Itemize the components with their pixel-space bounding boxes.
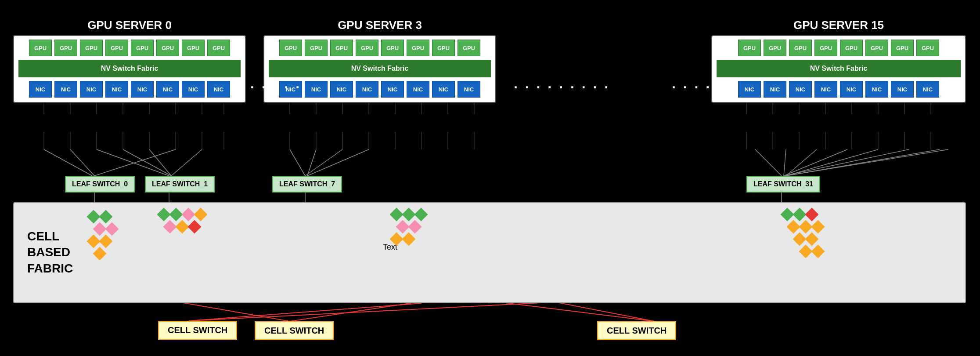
- gpu-chip: GPU: [80, 40, 103, 56]
- nic-chip: NIC: [105, 81, 128, 98]
- gpu-chip: GPU: [182, 40, 205, 56]
- gpu-chip: GPU: [432, 40, 455, 56]
- gpu-chip: GPU: [916, 40, 939, 56]
- cell-switch-1: CELL SWITCH: [158, 321, 237, 340]
- gpu-chip: GPU: [330, 40, 353, 56]
- nic-chip: NIC: [330, 81, 353, 98]
- svg-line-18: [784, 149, 847, 176]
- gpu-chip: GPU: [29, 40, 52, 56]
- nic-chip: NIC: [865, 81, 888, 98]
- svg-line-2: [97, 149, 169, 176]
- svg-line-22: [786, 149, 948, 176]
- gpu-chip: GPU: [305, 40, 328, 56]
- gpu-chip: GPU: [54, 40, 77, 56]
- gpu-server-15-title: GPU SERVER 15: [793, 18, 884, 32]
- nic-chip: NIC: [131, 81, 154, 98]
- nic-chip: NIC: [891, 81, 914, 98]
- gpu-chip: GPU: [764, 40, 786, 56]
- gpu-chip: GPU: [891, 40, 914, 56]
- gpu-chip: GPU: [156, 40, 179, 56]
- gpu-row-3: GPU GPU GPU GPU GPU GPU GPU GPU: [264, 36, 495, 58]
- cell-fabric-label: CELL BASED FABRIC: [27, 229, 73, 276]
- dots-fabric2: · · · · · · · · · · · ·: [509, 176, 612, 187]
- gpu-chip: GPU: [814, 40, 837, 56]
- svg-line-17: [786, 149, 817, 176]
- nic-chip: NIC: [789, 81, 812, 98]
- dots-3: · · · · ·: [672, 79, 723, 95]
- gpu-chip: GPU: [356, 40, 378, 56]
- gpu-server-15: GPU SERVER 15 GPU GPU GPU GPU GPU GPU GP…: [711, 35, 966, 103]
- svg-line-0: [44, 149, 92, 176]
- gpu-row-0: GPU GPU GPU GPU GPU GPU GPU GPU: [14, 36, 245, 58]
- gpu-chip: GPU: [279, 40, 302, 56]
- nic-chip: NIC: [356, 81, 378, 98]
- gpu-chip: GPU: [789, 40, 812, 56]
- svg-line-21: [786, 149, 940, 176]
- nic-chip: NIC: [458, 81, 480, 98]
- nic-row-15: NIC NIC NIC NIC NIC NIC NIC NIC: [712, 79, 965, 102]
- nic-chip: NIC: [432, 81, 455, 98]
- cell-fabric-box: CELL BASED FABRIC Text: [13, 202, 966, 303]
- gpu-chip: GPU: [207, 40, 230, 56]
- nic-chip: NIC: [156, 81, 179, 98]
- leaf-switch-7: LEAF SWITCH_7: [272, 176, 342, 193]
- svg-line-6: [171, 149, 202, 176]
- gpu-chip: GPU: [458, 40, 480, 56]
- svg-line-15: [755, 149, 782, 176]
- leaf-switch-0: LEAF SWITCH_0: [65, 176, 135, 193]
- nic-chip: NIC: [29, 81, 52, 98]
- nic-chip: NIC: [916, 81, 939, 98]
- nic-chip: NIC: [80, 81, 103, 98]
- nic-chip: NIC: [207, 81, 230, 98]
- gpu-server-0-title: GPU SERVER 0: [87, 18, 172, 32]
- svg-line-7: [290, 149, 305, 176]
- svg-line-16: [784, 149, 786, 176]
- nic-chip: NIC: [305, 81, 328, 98]
- svg-line-19: [786, 149, 878, 176]
- dots-fabric: · · · · · · · · · · · ·: [334, 176, 436, 187]
- nic-chip: NIC: [182, 81, 205, 98]
- nv-switch-fabric-15: NV Switch Fabric: [717, 60, 961, 77]
- cell-switch-2: CELL SWITCH: [255, 321, 334, 340]
- nic-chip: NIC: [381, 81, 404, 98]
- leaf-switch-1: LEAF SWITCH_1: [145, 176, 215, 193]
- gpu-chip: GPU: [381, 40, 404, 56]
- svg-line-9: [305, 149, 342, 176]
- gpu-server-3-title: GPU SERVER 3: [338, 18, 422, 32]
- dots-1: · · · · ·: [250, 79, 301, 95]
- svg-line-8: [307, 149, 316, 176]
- gpu-chip: GPU: [840, 40, 863, 56]
- cell-switch-3: CELL SWITCH: [597, 321, 676, 340]
- nic-row-0: NIC NIC NIC NIC NIC NIC NIC NIC: [14, 79, 245, 102]
- gpu-chip: GPU: [131, 40, 154, 56]
- gpu-chip: GPU: [407, 40, 429, 56]
- gpu-row-15: GPU GPU GPU GPU GPU GPU GPU GPU: [712, 36, 965, 58]
- nv-switch-fabric-3: NV Switch Fabric: [269, 60, 491, 77]
- svg-line-23: [189, 303, 422, 321]
- nic-chip: NIC: [738, 81, 761, 98]
- svg-line-4: [149, 149, 171, 176]
- nic-chip: NIC: [840, 81, 863, 98]
- gpu-chip: GPU: [105, 40, 128, 56]
- diagram-container: GPU SERVER 0 GPU GPU GPU GPU GPU GPU GPU…: [0, 0, 980, 356]
- nv-switch-fabric-0: NV Switch Fabric: [18, 60, 241, 77]
- nic-chip: NIC: [814, 81, 837, 98]
- svg-line-10: [307, 149, 369, 176]
- nic-chip: NIC: [54, 81, 77, 98]
- svg-line-1: [70, 149, 94, 176]
- nic-chip: NIC: [764, 81, 786, 98]
- nic-chip: NIC: [407, 81, 429, 98]
- gpu-chip: GPU: [865, 40, 888, 56]
- svg-line-5: [94, 149, 176, 176]
- dots-2: · · · · · · · · ·: [514, 79, 610, 95]
- svg-line-20: [784, 149, 909, 176]
- svg-line-3: [123, 149, 171, 176]
- leaf-switch-31: LEAF SWITCH_31: [746, 176, 820, 193]
- gpu-server-0: GPU SERVER 0 GPU GPU GPU GPU GPU GPU GPU…: [13, 35, 246, 103]
- gpu-chip: GPU: [738, 40, 761, 56]
